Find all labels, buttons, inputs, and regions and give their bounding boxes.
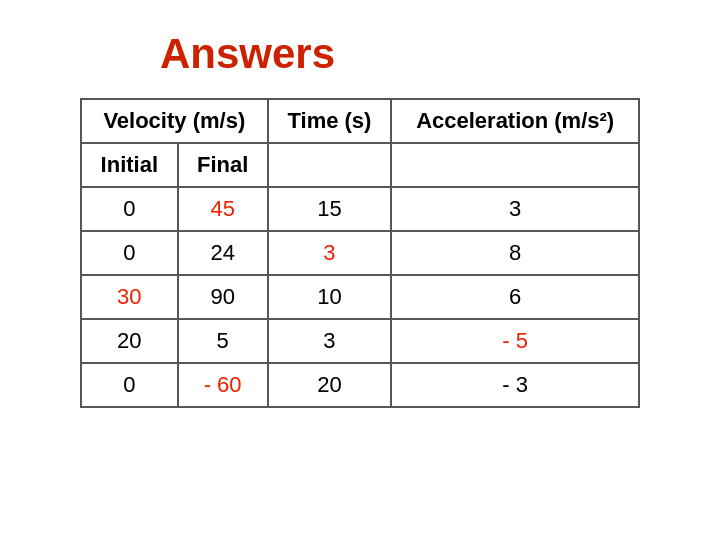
cell-time-row4: 20 [268,363,392,407]
header-time: Time (s) [268,99,392,143]
cell-final-row0: 45 [178,187,268,231]
cell-accel-row3: - 5 [391,319,639,363]
header-velocity: Velocity (m/s) [81,99,268,143]
sub-header-initial: Initial [81,143,178,187]
cell-final-row4: - 60 [178,363,268,407]
cell-initial-row4: 0 [81,363,178,407]
sub-header-final: Final [178,143,268,187]
cell-time-row0: 15 [268,187,392,231]
cell-initial-row3: 20 [81,319,178,363]
header-acceleration: Acceleration (m/s²) [391,99,639,143]
cell-accel-row0: 3 [391,187,639,231]
cell-final-row1: 24 [178,231,268,275]
answers-table: Velocity (m/s) Time (s) Acceleration (m/… [80,98,640,408]
cell-accel-row2: 6 [391,275,639,319]
cell-time-row3: 3 [268,319,392,363]
cell-final-row3: 5 [178,319,268,363]
cell-initial-row0: 0 [81,187,178,231]
cell-time-row2: 10 [268,275,392,319]
cell-initial-row1: 0 [81,231,178,275]
cell-accel-row4: - 3 [391,363,639,407]
cell-accel-row1: 8 [391,231,639,275]
cell-final-row2: 90 [178,275,268,319]
page-title: Answers [160,30,335,78]
cell-time-row1: 3 [268,231,392,275]
cell-initial-row2: 30 [81,275,178,319]
